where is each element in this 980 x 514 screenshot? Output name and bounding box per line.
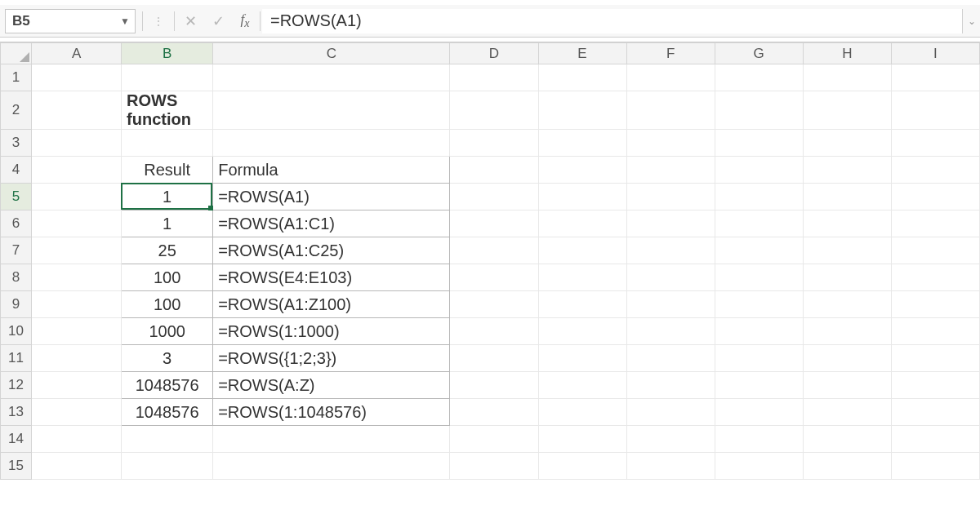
column-header-B[interactable]: B — [122, 43, 213, 64]
cell-I14[interactable] — [891, 426, 979, 453]
cell-F6[interactable] — [626, 210, 715, 237]
row-header-1[interactable]: 1 — [1, 64, 32, 91]
cell-B3[interactable] — [122, 130, 213, 157]
column-header-A[interactable]: A — [32, 43, 122, 64]
cell-C4[interactable]: Formula — [213, 157, 450, 184]
cell-H9[interactable] — [803, 291, 891, 318]
cell-H2[interactable] — [803, 91, 891, 130]
cell-B14[interactable] — [122, 426, 213, 453]
cell-E13[interactable] — [538, 399, 626, 426]
cell-H10[interactable] — [803, 318, 891, 345]
cell-I2[interactable] — [891, 91, 979, 130]
cell-H7[interactable] — [803, 237, 891, 264]
column-header-D[interactable]: D — [450, 43, 538, 64]
cell-F10[interactable] — [626, 318, 715, 345]
cell-B2[interactable]: ROWS function — [122, 91, 213, 130]
cell-A1[interactable] — [32, 64, 122, 91]
cell-I4[interactable] — [891, 157, 979, 184]
cell-D5[interactable] — [450, 184, 538, 210]
cell-C12[interactable]: =ROWS(A:Z) — [213, 372, 450, 399]
accept-formula-button[interactable]: ✓ — [204, 9, 232, 33]
cell-D2[interactable] — [450, 91, 538, 130]
cell-H6[interactable] — [803, 210, 891, 237]
cell-C3[interactable] — [213, 130, 450, 157]
cell-G15[interactable] — [715, 453, 803, 480]
cell-B1[interactable] — [122, 64, 213, 91]
cell-A7[interactable] — [32, 237, 122, 264]
cell-B5[interactable]: 1 — [122, 184, 213, 210]
cell-E5[interactable] — [538, 184, 626, 210]
row-header-7[interactable]: 7 — [1, 237, 32, 264]
cell-C11[interactable]: =ROWS({1;2;3}) — [213, 345, 450, 372]
insert-function-button[interactable]: fx — [232, 11, 258, 30]
row-header-10[interactable]: 10 — [1, 318, 32, 345]
cell-B10[interactable]: 1000 — [122, 318, 213, 345]
cell-A8[interactable] — [32, 264, 122, 291]
cell-F15[interactable] — [626, 453, 715, 480]
cell-A13[interactable] — [32, 399, 122, 426]
cell-H1[interactable] — [803, 64, 891, 91]
cell-D13[interactable] — [450, 399, 538, 426]
cell-D14[interactable] — [450, 426, 538, 453]
cell-I3[interactable] — [891, 130, 979, 157]
cell-D11[interactable] — [450, 345, 538, 372]
cell-A15[interactable] — [32, 453, 122, 480]
cell-F7[interactable] — [626, 237, 715, 264]
cell-B6[interactable]: 1 — [122, 210, 213, 237]
cell-H5[interactable] — [803, 184, 891, 210]
name-box-dropdown-icon[interactable]: ▼ — [120, 16, 130, 27]
cell-E2[interactable] — [538, 91, 626, 130]
cell-A6[interactable] — [32, 210, 122, 237]
cell-C8[interactable]: =ROWS(E4:E103) — [213, 264, 450, 291]
cell-G5[interactable] — [715, 184, 803, 210]
row-header-14[interactable]: 14 — [1, 426, 32, 453]
cell-B9[interactable]: 100 — [122, 291, 213, 318]
cell-B15[interactable] — [122, 453, 213, 480]
cell-D6[interactable] — [450, 210, 538, 237]
cell-E3[interactable] — [538, 130, 626, 157]
cell-C13[interactable]: =ROWS(1:1048576) — [213, 399, 450, 426]
row-header-13[interactable]: 13 — [1, 399, 32, 426]
cell-F1[interactable] — [626, 64, 715, 91]
cell-D1[interactable] — [450, 64, 538, 91]
cell-E1[interactable] — [538, 64, 626, 91]
cell-A5[interactable] — [32, 184, 122, 210]
cell-H8[interactable] — [803, 264, 891, 291]
cell-F9[interactable] — [626, 291, 715, 318]
cell-C14[interactable] — [213, 426, 450, 453]
row-header-8[interactable]: 8 — [1, 264, 32, 291]
column-header-H[interactable]: H — [803, 43, 891, 64]
cell-I5[interactable] — [891, 184, 979, 210]
cell-G6[interactable] — [715, 210, 803, 237]
cell-B7[interactable]: 25 — [122, 237, 213, 264]
cell-G2[interactable] — [715, 91, 803, 130]
cell-E11[interactable] — [538, 345, 626, 372]
cell-G4[interactable] — [715, 157, 803, 184]
cell-A11[interactable] — [32, 345, 122, 372]
cell-E7[interactable] — [538, 237, 626, 264]
cell-I9[interactable] — [891, 291, 979, 318]
cell-A3[interactable] — [32, 130, 122, 157]
cell-E14[interactable] — [538, 426, 626, 453]
cell-H3[interactable] — [803, 130, 891, 157]
cell-D10[interactable] — [450, 318, 538, 345]
cell-D9[interactable] — [450, 291, 538, 318]
cell-I15[interactable] — [891, 453, 979, 480]
cell-I11[interactable] — [891, 345, 979, 372]
cancel-formula-button[interactable]: ✕ — [176, 9, 204, 33]
cell-A4[interactable] — [32, 157, 122, 184]
cell-B8[interactable]: 100 — [122, 264, 213, 291]
cell-E8[interactable] — [538, 264, 626, 291]
worksheet[interactable]: ABCDEFGHI 12ROWS function34ResultFormula… — [0, 42, 980, 480]
cell-F11[interactable] — [626, 345, 715, 372]
expand-formula-bar-button[interactable]: ⌄ — [962, 9, 980, 33]
cell-C15[interactable] — [213, 453, 450, 480]
cell-F12[interactable] — [626, 372, 715, 399]
cell-G9[interactable] — [715, 291, 803, 318]
cell-A14[interactable] — [32, 426, 122, 453]
cell-E9[interactable] — [538, 291, 626, 318]
row-header-4[interactable]: 4 — [1, 157, 32, 184]
cell-I6[interactable] — [891, 210, 979, 237]
column-header-I[interactable]: I — [891, 43, 979, 64]
cell-I7[interactable] — [891, 237, 979, 264]
